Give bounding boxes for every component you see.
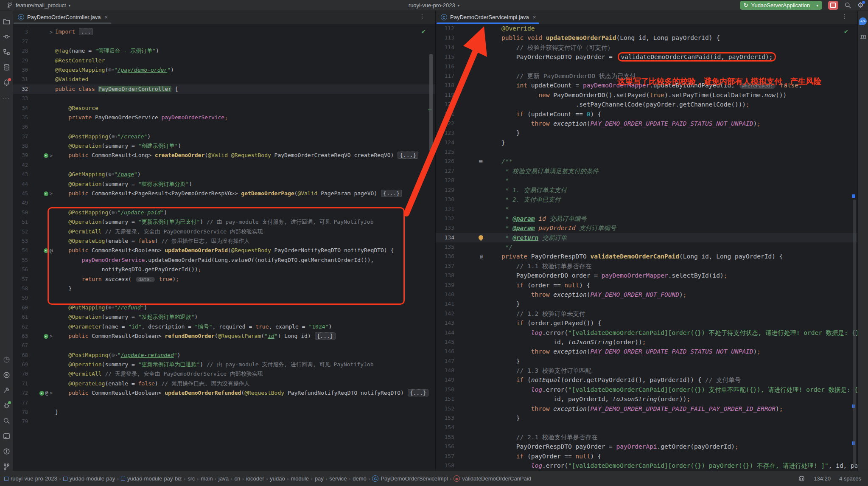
code-line[interactable]: 45 public CommonResult<PageResult<PayDem… bbox=[13, 189, 435, 198]
line-number[interactable]: 158 bbox=[436, 461, 457, 470]
line-number[interactable]: 134 bbox=[436, 233, 457, 242]
code-line[interactable]: 2 bbox=[13, 24, 435, 27]
line-number[interactable]: 144 bbox=[436, 328, 457, 337]
indent-setting[interactable]: 4 spaces bbox=[839, 475, 861, 482]
breadcrumb-item[interactable]: module bbox=[291, 475, 309, 482]
line-number[interactable]: 115 bbox=[436, 52, 457, 62]
line-number[interactable]: 150 bbox=[436, 385, 457, 394]
line-number[interactable]: 53 bbox=[13, 236, 30, 246]
code-line[interactable]: 138 PayDemoOrderDO order = payDemoOrderM… bbox=[436, 271, 858, 280]
tab-paydemoorderserviceimpl[interactable]: C PayDemoOrderServiceImpl.java × bbox=[436, 11, 540, 24]
line-number[interactable]: 140 bbox=[436, 290, 457, 299]
code-line[interactable]: 116 bbox=[436, 62, 858, 71]
code-line[interactable]: 30@RequestMapping(⊕"/pay/demo-order") bbox=[13, 65, 435, 75]
breadcrumb-item[interactable]: service bbox=[329, 475, 347, 482]
chevron-down-icon[interactable]: ▾ bbox=[816, 3, 818, 8]
breadcrumb-item[interactable]: pay bbox=[315, 475, 324, 482]
line-number[interactable]: 131 bbox=[436, 204, 457, 214]
settings-button[interactable]: ⚙ bbox=[857, 2, 864, 9]
code-line[interactable]: 130 * 2. 支付单已支付 bbox=[436, 195, 858, 204]
ai-chat-icon[interactable]: </> bbox=[859, 17, 867, 25]
line-number[interactable]: 31 bbox=[13, 75, 30, 84]
code-line[interactable]: 155 // 2.1 校验支付单是否存在 bbox=[436, 433, 858, 442]
sidebar-item-commit[interactable] bbox=[2, 32, 11, 41]
fold-arrow-icon[interactable] bbox=[50, 390, 53, 396]
code-line[interactable]: 141 } bbox=[436, 299, 858, 309]
fold-arrow-icon[interactable] bbox=[50, 153, 53, 159]
code-line[interactable]: 145 id, toJsonString(order)); bbox=[436, 337, 858, 347]
code-line[interactable]: 114 // 校验并获得支付订单（可支付） bbox=[436, 43, 858, 52]
line-number[interactable]: 142 bbox=[436, 309, 457, 318]
code-line[interactable]: 37 @PostMapping(⊕"/create") bbox=[13, 132, 435, 141]
code-line[interactable]: 79 bbox=[13, 417, 435, 426]
code-line[interactable]: 42 bbox=[13, 160, 435, 170]
code-line[interactable]: 142 // 1.2 校验订单未支付 bbox=[436, 309, 858, 318]
endpoint-icon[interactable] bbox=[44, 334, 48, 339]
line-number[interactable]: 38 bbox=[13, 141, 30, 151]
code-line[interactable]: 49 bbox=[13, 198, 435, 208]
line-number[interactable]: 133 bbox=[436, 223, 457, 233]
close-icon[interactable]: × bbox=[104, 14, 108, 20]
sidebar-item-terminal[interactable] bbox=[2, 431, 11, 441]
line-number[interactable]: 43 bbox=[13, 170, 30, 179]
breadcrumb-item[interactable]: mvalidateDemoOrderCanPaid bbox=[454, 475, 531, 482]
code-line[interactable]: 62 @Parameter(name = "id", description =… bbox=[13, 322, 435, 331]
code-line[interactable]: 67 bbox=[13, 341, 435, 350]
code-line[interactable]: 146 throw exception(PAY_DEMO_ORDER_UPDAT… bbox=[436, 347, 858, 356]
line-number[interactable]: 32 bbox=[13, 84, 30, 94]
line-number[interactable]: 120 bbox=[436, 100, 457, 109]
code-line[interactable]: 139 if (order == null) { bbox=[436, 281, 858, 290]
line-number[interactable]: 27 bbox=[13, 37, 30, 46]
line-number[interactable]: 28 bbox=[13, 46, 30, 56]
intention-bulb-icon[interactable] bbox=[479, 235, 483, 240]
git-branch-widget[interactable]: feature/mall_product ▾ bbox=[4, 2, 73, 9]
fold-arrow-icon[interactable] bbox=[50, 191, 53, 197]
code-line[interactable]: 27 bbox=[13, 37, 435, 46]
line-number[interactable]: 125 bbox=[436, 147, 457, 157]
code-line[interactable]: 128 * bbox=[436, 176, 858, 185]
line-number[interactable]: 60 bbox=[13, 303, 30, 312]
line-number[interactable]: 135 bbox=[436, 242, 457, 252]
line-number[interactable]: 127 bbox=[436, 166, 457, 176]
line-number[interactable]: 141 bbox=[436, 299, 457, 309]
line-number[interactable]: 51 bbox=[13, 217, 30, 227]
close-icon[interactable]: × bbox=[533, 14, 536, 20]
line-number[interactable]: 30 bbox=[13, 65, 30, 75]
caret-position[interactable]: 134:20 bbox=[814, 475, 831, 482]
code-line[interactable]: 113 public void updateDemoOrderPaid(Long… bbox=[436, 33, 858, 42]
code-editor-right[interactable]: 112 @Override113 public void updateDemoO… bbox=[436, 24, 858, 471]
line-number[interactable]: 116 bbox=[436, 62, 457, 71]
code-line[interactable]: 61 @Operation(summary = "发起示例订单的退款") bbox=[13, 312, 435, 322]
sidebar-item-version-control[interactable] bbox=[2, 462, 11, 471]
endpoint-icon[interactable] bbox=[44, 153, 48, 158]
rerun-icon[interactable]: ↻ bbox=[744, 2, 748, 8]
line-number[interactable]: 137 bbox=[436, 261, 457, 271]
tab-options-icon[interactable]: ⋮ bbox=[419, 13, 425, 20]
line-number[interactable]: 112 bbox=[436, 24, 457, 33]
sidebar-item-search[interactable] bbox=[2, 416, 11, 425]
line-number[interactable]: 42 bbox=[13, 160, 30, 170]
sidebar-item-debug[interactable] bbox=[2, 401, 11, 410]
code-line[interactable]: 112 @Override bbox=[436, 24, 858, 33]
code-line[interactable]: 133 * @param payOrderId 支付订单编号 bbox=[436, 223, 858, 233]
code-line[interactable]: 69 @Operation(summary = "更新示例订单为已退款") //… bbox=[13, 360, 435, 369]
line-number[interactable]: 29 bbox=[13, 56, 30, 65]
sidebar-item-build[interactable] bbox=[2, 385, 11, 395]
code-line[interactable]: 78} bbox=[13, 407, 435, 417]
line-number[interactable]: 62 bbox=[13, 322, 30, 331]
code-line[interactable]: 131 * bbox=[436, 204, 858, 214]
line-number[interactable]: 156 bbox=[436, 442, 457, 451]
line-number[interactable]: 117 bbox=[436, 71, 457, 81]
line-number[interactable]: 146 bbox=[436, 347, 457, 356]
breadcrumb-item[interactable]: iocoder bbox=[246, 475, 264, 482]
line-number[interactable]: 37 bbox=[13, 132, 30, 141]
code-line[interactable]: 36 bbox=[13, 122, 435, 132]
code-line[interactable]: 135 */ bbox=[436, 242, 858, 252]
line-number[interactable]: 49 bbox=[13, 198, 30, 208]
search-everywhere-button[interactable] bbox=[844, 2, 851, 9]
inspections-ok-icon[interactable]: ✔ bbox=[844, 28, 848, 35]
code-line[interactable]: 152 throw exception(PAY_DEMO_ORDER_UPDAT… bbox=[436, 404, 858, 413]
fold-arrow-icon[interactable] bbox=[50, 333, 53, 339]
line-number[interactable]: 68 bbox=[13, 351, 30, 360]
fold-arrow-icon[interactable] bbox=[50, 29, 53, 35]
